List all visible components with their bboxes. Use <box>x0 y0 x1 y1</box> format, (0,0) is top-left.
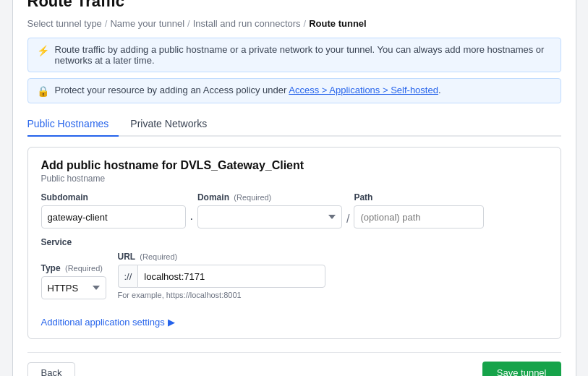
page-title: Route Traffic <box>27 0 561 11</box>
breadcrumb-current: Route tunnel <box>309 18 366 29</box>
route-icon: ⚡ <box>37 45 49 56</box>
service-section-label: Service <box>41 237 547 247</box>
url-group: URL (Required) :// For example, https://… <box>118 252 326 299</box>
subdomain-input[interactable] <box>41 205 186 228</box>
domain-select[interactable] <box>197 205 342 228</box>
lock-icon: 🔒 <box>37 85 49 97</box>
alert-protect-text: Protect your resource by adding an Acces… <box>55 85 441 95</box>
type-select[interactable]: HTTPS HTTP TCP SSH <box>41 276 106 299</box>
form-card-title: Add public hostname for DVLS_Gateway_Cli… <box>41 159 547 172</box>
hostname-field-row: Subdomain · Domain (Required) / Path <box>41 192 547 228</box>
breadcrumb-step2: Name your tunnel <box>110 18 184 29</box>
url-input[interactable] <box>137 265 325 288</box>
subdomain-label: Subdomain <box>41 192 186 202</box>
breadcrumb-sep3: / <box>304 18 307 29</box>
slash-separator: / <box>346 213 349 228</box>
breadcrumb-step1: Select tunnel type <box>27 18 102 29</box>
domain-label: Domain (Required) <box>197 192 342 202</box>
path-label: Path <box>354 192 484 202</box>
path-input[interactable] <box>354 205 484 228</box>
hostname-form-card: Add public hostname for DVLS_Gateway_Cli… <box>27 147 561 339</box>
dot-separator: · <box>190 213 193 228</box>
access-policy-link[interactable]: Access > Applications > Self-hosted <box>289 85 438 95</box>
back-button[interactable]: Back <box>27 362 76 376</box>
tab-bar: Public Hostnames Private Networks <box>27 114 561 137</box>
url-input-wrapper: :// <box>118 265 326 288</box>
breadcrumb: Select tunnel type / Name your tunnel / … <box>27 18 561 29</box>
service-field-row: Type (Required) HTTPS HTTP TCP SSH URL (… <box>41 252 547 299</box>
footer: Back Save tunnel <box>27 352 561 376</box>
alert-route-traffic: ⚡ Route traffic by adding a public hostn… <box>27 38 561 72</box>
url-example: For example, https://localhost:8001 <box>118 291 326 299</box>
breadcrumb-step3: Install and run connectors <box>193 18 301 29</box>
breadcrumb-sep2: / <box>187 18 190 29</box>
main-window: Route Traffic Select tunnel type / Name … <box>12 0 576 376</box>
domain-group: Domain (Required) <box>197 192 342 228</box>
subdomain-group: Subdomain <box>41 192 186 228</box>
save-tunnel-button[interactable]: Save tunnel <box>482 362 561 376</box>
tab-public-hostnames[interactable]: Public Hostnames <box>27 114 119 137</box>
breadcrumb-sep1: / <box>105 18 108 29</box>
url-protocol: :// <box>118 265 138 288</box>
alert-protect: 🔒 Protect your resource by adding an Acc… <box>27 78 561 103</box>
form-card-subtitle: Public hostname <box>41 174 547 184</box>
type-label: Type (Required) <box>41 263 106 273</box>
path-group: Path <box>354 192 484 228</box>
type-group: Type (Required) HTTPS HTTP TCP SSH <box>41 263 106 299</box>
url-label: URL (Required) <box>118 252 326 262</box>
additional-settings-link[interactable]: Additional application settings ▶ <box>41 317 175 328</box>
tab-private-networks[interactable]: Private Networks <box>130 114 217 137</box>
chevron-right-icon: ▶ <box>168 317 175 328</box>
alert-route-text: Route traffic by adding a public hostnam… <box>55 44 552 66</box>
